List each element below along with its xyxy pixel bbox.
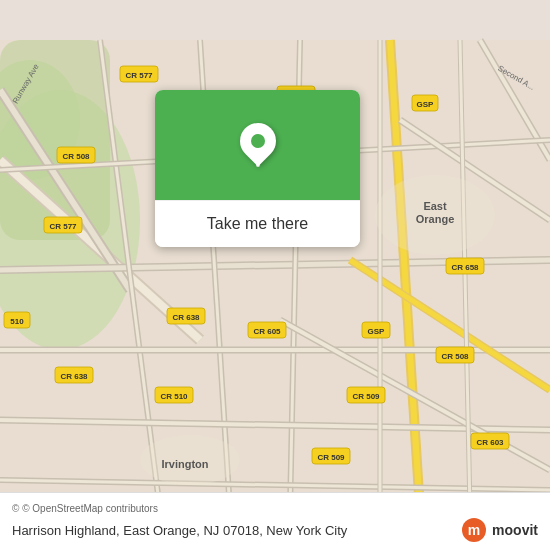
card-map-area	[155, 90, 360, 200]
moovit-logo: m moovit	[460, 518, 538, 542]
svg-text:CR 509: CR 509	[317, 453, 345, 462]
svg-text:m: m	[468, 522, 480, 538]
bottom-bar: © © OpenStreetMap contributors Harrison …	[0, 492, 550, 550]
svg-text:CR 638: CR 638	[60, 372, 88, 381]
svg-text:CR 508: CR 508	[441, 352, 469, 361]
svg-text:Orange: Orange	[416, 213, 455, 225]
attribution-text: © OpenStreetMap contributors	[22, 503, 158, 514]
svg-text:CR 603: CR 603	[476, 438, 504, 447]
svg-text:CR 577: CR 577	[49, 222, 77, 231]
svg-text:510: 510	[10, 317, 24, 326]
svg-text:GSP: GSP	[368, 327, 386, 336]
svg-text:CR 509: CR 509	[352, 392, 380, 401]
svg-text:CR 605: CR 605	[253, 327, 281, 336]
map-container: CR 577 CR 638 GSP CR 508 CR 577 East Ora…	[0, 0, 550, 550]
svg-text:CR 510: CR 510	[160, 392, 188, 401]
svg-text:CR 638: CR 638	[172, 313, 200, 322]
svg-text:East: East	[423, 200, 447, 212]
moovit-label: moovit	[492, 522, 538, 538]
copyright-symbol: ©	[12, 503, 19, 514]
svg-text:GSP: GSP	[417, 100, 435, 109]
map-pin-icon	[240, 123, 276, 167]
take-me-there-button[interactable]: Take me there	[155, 200, 360, 247]
svg-text:Irvington: Irvington	[161, 458, 208, 470]
svg-text:CR 508: CR 508	[62, 152, 90, 161]
svg-text:CR 658: CR 658	[451, 263, 479, 272]
moovit-icon: m	[460, 518, 488, 542]
svg-text:CR 577: CR 577	[125, 71, 153, 80]
map-svg: CR 577 CR 638 GSP CR 508 CR 577 East Ora…	[0, 0, 550, 550]
location-card: Take me there	[155, 90, 360, 247]
map-attribution: © © OpenStreetMap contributors	[12, 503, 538, 514]
location-text: Harrison Highland, East Orange, NJ 07018…	[12, 523, 460, 538]
location-info-row: Harrison Highland, East Orange, NJ 07018…	[12, 518, 538, 542]
